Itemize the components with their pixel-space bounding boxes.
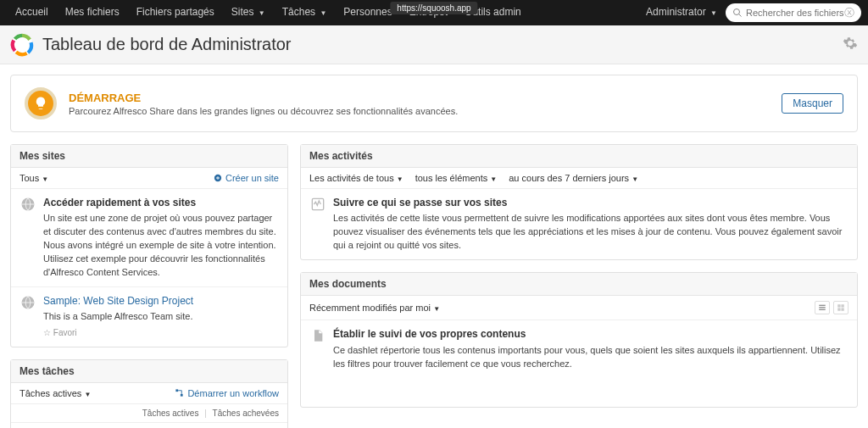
svg-line-1: [739, 14, 742, 17]
url-badge: https://squoosh.app: [390, 2, 477, 14]
activity-icon: [309, 196, 326, 213]
alfresco-logo-icon: [10, 33, 34, 57]
svg-rect-12: [837, 304, 840, 307]
dashlet-my-tasks: Mes tâches Tâches actives ▼ Démarrer un …: [10, 359, 288, 428]
activities-filter-when[interactable]: au cours des 7 derniers jours ▼: [509, 173, 638, 183]
nav-mes-fichiers[interactable]: Mes fichiers: [57, 0, 128, 26]
svg-point-0: [734, 9, 740, 15]
dashlet-heading: Mes activités: [301, 145, 857, 168]
globe-icon: [19, 294, 36, 311]
global-search[interactable]: ⓧ: [726, 3, 861, 22]
docs-intro-title: Établir le suivi de vos propres contenus: [333, 327, 849, 342]
chevron-down-icon: ▼: [490, 175, 497, 183]
tasks-intro: Réviser les tâches qui vous ont été assi…: [11, 423, 287, 428]
docs-filter-dropdown[interactable]: Récemment modifiés par moi ▼: [309, 303, 440, 313]
chevron-down-icon: ▼: [320, 9, 326, 17]
user-menu[interactable]: Administrator ▼: [637, 0, 726, 26]
document-icon: [309, 327, 326, 344]
tasks-subtabs: Tâches actives | Tâches achevées: [11, 404, 287, 423]
tab-active-tasks[interactable]: Tâches actives: [142, 409, 199, 418]
lightbulb-icon: [25, 87, 57, 120]
create-site-link[interactable]: Créer un site: [214, 173, 279, 183]
nav-sites[interactable]: Sites ▼: [223, 0, 274, 26]
svg-rect-5: [176, 390, 179, 392]
page-title: Tableau de bord de Administrator: [42, 35, 843, 54]
nav-fichiers-partages[interactable]: Fichiers partagés: [128, 0, 223, 26]
svg-rect-6: [181, 394, 183, 397]
chevron-down-icon: ▼: [42, 175, 48, 183]
dashlet-heading: Mes sites: [11, 145, 287, 168]
chevron-down-icon: ▼: [632, 175, 638, 183]
chevron-down-icon: ▼: [259, 9, 265, 17]
svg-rect-11: [819, 309, 826, 310]
plus-icon: [214, 174, 222, 182]
svg-rect-9: [819, 305, 826, 306]
view-grid-button[interactable]: [833, 301, 849, 314]
chevron-down-icon: ▼: [433, 305, 440, 313]
svg-rect-14: [837, 308, 840, 311]
site-item: Sample: Web Site Design Project This is …: [11, 287, 287, 347]
svg-rect-10: [819, 307, 826, 308]
top-nav: Accueil Mes fichiers Fichiers partagés S…: [0, 0, 868, 25]
activities-intro-title: Suivre ce qui se passe sur vos sites: [333, 196, 849, 210]
site-link[interactable]: Sample: Web Site Design Project: [43, 294, 193, 308]
tasks-filter-dropdown[interactable]: Tâches actives ▼: [19, 388, 91, 398]
intro-title: Accéder rapidement à vos sites: [43, 196, 279, 210]
banner-title: DÉMARRAGE: [69, 92, 458, 104]
activities-intro: Suivre ce qui se passe sur vos sites Les…: [301, 189, 857, 259]
dashlet-heading: Mes tâches: [11, 360, 287, 383]
favorite-toggle[interactable]: ☆ Favori: [43, 327, 193, 340]
search-input[interactable]: [746, 8, 844, 18]
chevron-down-icon: ▼: [710, 9, 717, 17]
start-workflow-link[interactable]: Démarrer un workflow: [175, 388, 279, 398]
grid-icon: [837, 303, 845, 312]
workflow-icon: [175, 388, 184, 397]
list-icon: [818, 303, 826, 312]
dashlet-my-activities: Mes activités Les activités de tous ▼ to…: [300, 144, 858, 260]
sites-filter-dropdown[interactable]: Tous ▼: [19, 173, 48, 183]
nav-accueil[interactable]: Accueil: [7, 0, 57, 26]
gear-icon[interactable]: [843, 36, 858, 53]
svg-rect-15: [841, 308, 843, 311]
svg-rect-13: [841, 304, 843, 307]
chevron-down-icon: ▼: [84, 391, 91, 398]
dashlet-heading: Mes documents: [301, 273, 857, 296]
chevron-down-icon: ▼: [397, 175, 403, 183]
activities-filter-what[interactable]: tous les éléments ▼: [415, 173, 498, 183]
clear-icon[interactable]: ⓧ: [844, 6, 854, 20]
globe-icon: [19, 196, 36, 213]
page-header: Tableau de bord de Administrator: [0, 25, 868, 64]
nav-taches[interactable]: Tâches ▼: [274, 0, 336, 26]
sites-intro: Accéder rapidement à vos sites Un site e…: [11, 189, 287, 287]
dashlet-my-documents: Mes documents Récemment modifiés par moi…: [300, 272, 858, 408]
view-list-button[interactable]: [815, 301, 830, 314]
hide-banner-button[interactable]: Masquer: [782, 93, 843, 114]
tab-completed-tasks[interactable]: Tâches achevées: [213, 409, 279, 418]
dashlet-my-sites: Mes sites Tous ▼ Créer un site Accéder r…: [10, 144, 288, 347]
getting-started-banner: DÉMARRAGE Parcourez Alfresco Share dans …: [10, 75, 858, 132]
activities-filter-who[interactable]: Les activités de tous ▼: [309, 173, 403, 183]
search-icon: [732, 8, 743, 18]
banner-text: Parcourez Alfresco Share dans les grande…: [69, 106, 458, 116]
docs-intro: Établir le suivi de vos propres contenus…: [301, 320, 857, 377]
